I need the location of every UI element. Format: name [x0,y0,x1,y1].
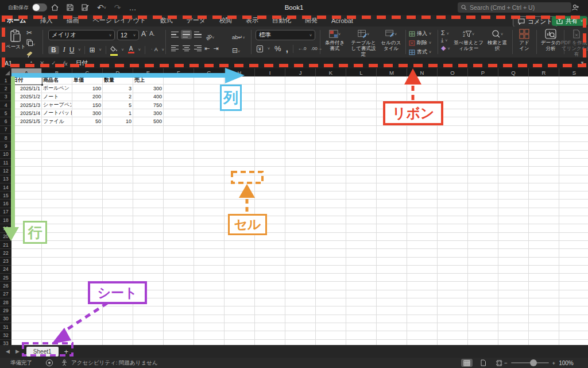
cell[interactable] [164,241,194,249]
align-right-icon[interactable] [192,44,203,53]
cell[interactable] [346,200,377,208]
cell[interactable] [377,134,407,142]
cell[interactable] [498,233,529,241]
cell[interactable] [103,315,133,323]
more-icon[interactable]: … [129,3,137,12]
next-sheet-icon[interactable]: ▶ [16,348,20,354]
cell[interactable] [377,323,407,331]
cell[interactable] [468,233,498,241]
cell[interactable] [103,249,133,257]
cell[interactable] [346,249,377,257]
bold-button[interactable]: B [48,46,59,54]
cell[interactable] [72,241,103,249]
cell[interactable] [559,93,588,101]
cell[interactable] [255,76,285,85]
cell[interactable] [468,200,498,208]
cell[interactable] [529,159,559,167]
cell[interactable] [498,151,529,159]
ribbon-tab[interactable]: 数式 [158,15,173,26]
phonetic-guide-icon[interactable]: ㆍA [149,46,158,53]
cell[interactable] [377,233,407,241]
cell[interactable] [11,323,42,331]
cell[interactable] [72,323,103,331]
cell[interactable] [559,323,588,331]
cell[interactable] [164,340,194,346]
cell[interactable]: 単価 [72,76,103,85]
cell[interactable] [72,126,103,134]
cell[interactable] [11,340,42,346]
cell[interactable] [346,233,377,241]
cell[interactable] [42,306,72,315]
cell[interactable] [255,175,285,183]
cell[interactable] [468,93,498,101]
cell[interactable]: 売上 [133,76,164,85]
column-header[interactable]: E [133,68,164,76]
cell[interactable] [407,134,438,142]
cell[interactable] [346,191,377,200]
cell[interactable] [559,249,588,257]
cell[interactable] [498,315,529,323]
borders-icon[interactable]: ⊞ [89,46,95,54]
cell[interactable] [42,142,72,150]
cell[interactable] [103,258,133,266]
cell[interactable] [407,249,438,257]
cell[interactable] [42,134,72,142]
cell[interactable] [346,85,377,93]
cell[interactable] [164,142,194,150]
cell[interactable] [72,258,103,266]
cell[interactable] [255,224,285,232]
cell[interactable] [529,241,559,249]
enter-icon[interactable]: ✓ [51,60,56,66]
row-header[interactable]: 22 [0,249,11,257]
cell[interactable] [559,290,588,298]
cell[interactable] [225,298,255,306]
cell[interactable] [225,76,255,85]
cell[interactable] [285,101,316,109]
cell[interactable] [103,208,133,216]
column-header[interactable]: F [164,68,194,76]
cell[interactable] [285,167,316,175]
cell[interactable] [285,315,316,323]
cell[interactable] [529,224,559,232]
cell[interactable] [346,126,377,134]
row-header[interactable]: 3 [0,93,11,101]
cell[interactable] [529,117,559,125]
align-bottom-icon[interactable] [192,30,203,39]
insert-function-icon[interactable]: fx [63,60,68,67]
row-header[interactable]: 21 [0,241,11,249]
sort-filter-button[interactable]: AZ ˅ 並べ替えとフィルター [454,29,483,52]
row-header[interactable]: 27 [0,290,11,298]
cell[interactable] [346,266,377,274]
cell[interactable] [438,315,468,323]
cell[interactable] [133,167,164,175]
cell[interactable] [194,200,225,208]
clear-icon[interactable]: ◆ ˅ [441,44,450,52]
column-header[interactable]: S [559,68,588,76]
row-header[interactable]: 24 [0,266,11,274]
cell[interactable] [407,167,438,175]
cell[interactable] [438,258,468,266]
cell[interactable] [377,298,407,306]
cell[interactable] [225,134,255,142]
cell[interactable] [42,282,72,290]
row-header[interactable]: 18 [0,216,11,224]
cell[interactable]: 200 [72,93,103,101]
page-layout-view-button[interactable] [477,359,489,367]
cell[interactable] [468,109,498,117]
cell[interactable] [529,200,559,208]
cell[interactable] [133,142,164,150]
cell[interactable] [559,191,588,200]
cell[interactable] [468,290,498,298]
cell[interactable] [498,306,529,315]
cell[interactable] [346,167,377,175]
cell[interactable] [559,340,588,346]
cell[interactable] [316,208,346,216]
search-input[interactable]: Search (Cmd + Ctrl + U) [458,2,571,13]
font-color-icon[interactable]: A [128,46,134,53]
row-header[interactable]: 26 [0,282,11,290]
cell[interactable] [255,331,285,339]
cell[interactable] [559,315,588,323]
cell[interactable]: 500 [133,117,164,125]
row-header[interactable]: 9 [0,142,11,150]
cell[interactable] [438,282,468,290]
